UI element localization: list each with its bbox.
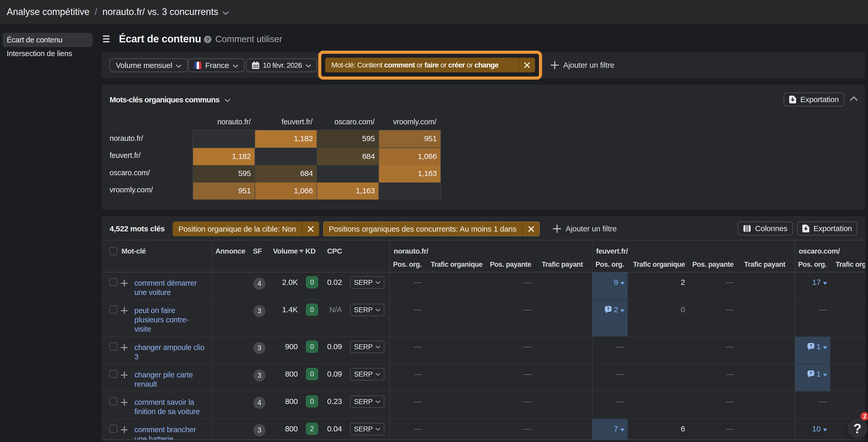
svg-text:?: ?: [607, 307, 609, 312]
svg-text:?: ?: [809, 344, 812, 348]
svg-text:?: ?: [809, 371, 812, 376]
